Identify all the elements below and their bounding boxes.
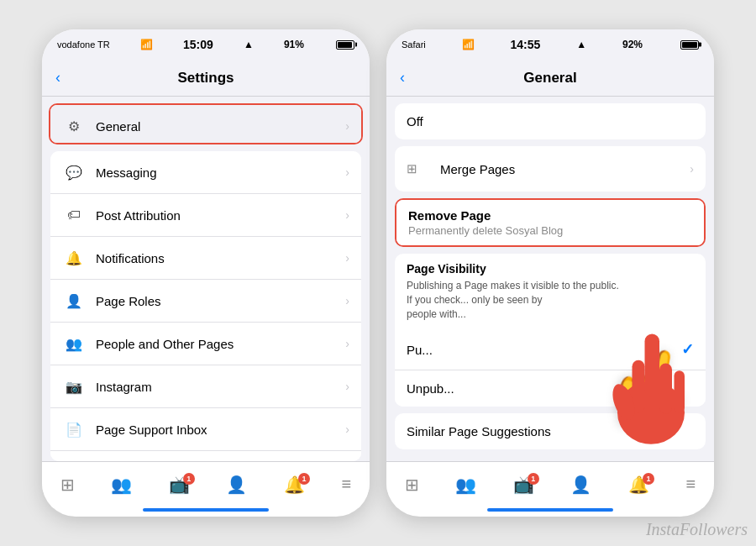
left-carrier: vodafone TR bbox=[57, 39, 110, 50]
left-tab-profile[interactable]: 👤 bbox=[226, 475, 247, 496]
right-phone: Safari 📶 14:55 ▲ 92% ‹ General Off ⊞ bbox=[386, 29, 714, 517]
right-tab-watch[interactable]: 📺 1 bbox=[513, 475, 534, 496]
messaging-label: Messaging bbox=[96, 165, 345, 180]
post-attribution-icon: 🏷 bbox=[62, 203, 86, 227]
people-other-pages-label: People and Other Pages bbox=[96, 337, 345, 351]
left-watch-badge: 1 bbox=[183, 473, 195, 485]
similar-pages-item[interactable]: Similar Page Suggestions bbox=[395, 413, 706, 449]
settings-list: 💬 Messaging › 🏷 Post Attribution › 🔔 Not… bbox=[50, 151, 361, 461]
left-tab-watch[interactable]: 📺 1 bbox=[169, 475, 190, 496]
page-support-inbox-chevron: › bbox=[345, 423, 349, 436]
notifications-icon: 🔔 bbox=[62, 246, 86, 270]
right-tab-profile[interactable]: 👤 bbox=[570, 475, 591, 496]
instagram-item[interactable]: 📷 Instagram › bbox=[50, 365, 361, 408]
visibility-check-icon: ✓ bbox=[681, 340, 694, 359]
left-profile-icon: 👤 bbox=[226, 475, 247, 495]
remove-page-title: Remove Page bbox=[408, 208, 692, 223]
main-container: vodafone TR 📶 15:09 ▲ 91% ‹ Settings ⚙ G… bbox=[0, 0, 756, 546]
general-icon: ⚙ bbox=[62, 114, 86, 138]
right-battery-pct: 92% bbox=[622, 39, 643, 50]
visibility-unpublished-label: Unpub... bbox=[407, 381, 694, 396]
right-phone-content: Off ⊞ Merge Pages › Remove Page Permanen… bbox=[386, 97, 714, 461]
page-roles-item[interactable]: 👤 Page Roles › bbox=[50, 280, 361, 323]
right-nav-bar: ‹ General bbox=[386, 60, 714, 97]
right-location-icon: ▲ bbox=[576, 39, 586, 50]
left-battery-icon bbox=[336, 40, 354, 50]
left-status-bar: vodafone TR 📶 15:09 ▲ 91% bbox=[42, 29, 370, 60]
right-wifi-icon: 📶 bbox=[462, 39, 475, 50]
merge-pages-item[interactable]: ⊞ Merge Pages › bbox=[395, 146, 706, 192]
people-other-pages-icon: 👥 bbox=[62, 332, 86, 355]
left-notifications-badge: 1 bbox=[298, 473, 310, 485]
right-tab-notifications[interactable]: 🔔 1 bbox=[628, 475, 649, 496]
left-nav-title: Settings bbox=[177, 70, 234, 87]
post-attribution-label: Post Attribution bbox=[96, 208, 345, 223]
right-watch-badge: 1 bbox=[528, 473, 539, 485]
watermark: InstaFollowers bbox=[646, 520, 748, 539]
right-profile-icon: 👤 bbox=[570, 475, 591, 495]
right-nav-title: General bbox=[523, 70, 576, 87]
similar-pages-section: Similar Page Suggestions bbox=[395, 413, 706, 449]
page-support-inbox-item[interactable]: 📄 Page Support Inbox › bbox=[50, 408, 361, 451]
remove-page-section: Remove Page Permanently delete Sosyal Bl… bbox=[395, 198, 706, 247]
messaging-chevron: › bbox=[345, 165, 349, 179]
right-tab-menu[interactable]: ≡ bbox=[686, 475, 696, 496]
left-tab-home[interactable]: ⊞ bbox=[60, 475, 75, 496]
visibility-header: Page Visibility bbox=[395, 254, 706, 279]
visibility-description: Publishing a Page makes it visible to th… bbox=[395, 279, 706, 329]
right-back-button[interactable]: ‹ bbox=[400, 69, 405, 87]
visibility-section: Page Visibility Publishing a Page makes … bbox=[395, 254, 706, 407]
similar-pages-label: Similar Page Suggestions bbox=[407, 424, 694, 438]
post-attribution-item[interactable]: 🏷 Post Attribution › bbox=[50, 194, 361, 237]
merge-pages-label: Merge Pages bbox=[440, 162, 690, 176]
left-location-icon: ▲ bbox=[244, 39, 254, 50]
left-time: 15:09 bbox=[183, 38, 213, 51]
off-section: Off bbox=[395, 103, 706, 139]
right-tab-bar: ⊞ 👥 📺 1 👤 🔔 1 ≡ bbox=[386, 461, 714, 508]
page-support-inbox-icon: 📄 bbox=[62, 417, 86, 441]
right-tab-home[interactable]: ⊞ bbox=[405, 475, 419, 496]
right-status-bar: Safari 📶 14:55 ▲ 92% bbox=[386, 29, 714, 60]
page-support-inbox-label: Page Support Inbox bbox=[96, 423, 345, 437]
right-home-icon: ⊞ bbox=[405, 475, 419, 495]
left-battery-fill bbox=[338, 42, 352, 48]
notifications-item[interactable]: 🔔 Notifications › bbox=[50, 237, 361, 280]
right-tab-friends[interactable]: 👥 bbox=[455, 475, 476, 496]
community-item[interactable]: 🌐 Community › bbox=[50, 451, 361, 461]
notifications-label: Notifications bbox=[96, 251, 345, 265]
general-label: General bbox=[96, 119, 345, 134]
right-notifications-badge: 1 bbox=[643, 473, 654, 485]
post-attribution-chevron: › bbox=[345, 208, 349, 222]
right-battery-icon bbox=[680, 40, 699, 50]
left-tab-menu[interactable]: ≡ bbox=[342, 475, 352, 496]
right-time: 14:55 bbox=[511, 38, 541, 51]
page-roles-chevron: › bbox=[345, 294, 349, 307]
general-chevron: › bbox=[345, 119, 349, 133]
remove-page-item[interactable]: Remove Page Permanently delete Sosyal Bl… bbox=[396, 200, 704, 245]
instagram-icon: 📷 bbox=[62, 375, 86, 398]
instagram-chevron: › bbox=[345, 380, 349, 393]
general-menu-item[interactable]: ⚙ General › bbox=[50, 105, 361, 144]
left-phone-content: ⚙ General › 💬 Messaging › 🏷 Post Attribu… bbox=[42, 97, 370, 461]
left-phone: vodafone TR 📶 15:09 ▲ 91% ‹ Settings ⚙ G… bbox=[42, 29, 370, 517]
merge-pages-section: ⊞ Merge Pages › bbox=[395, 146, 706, 192]
community-icon: 🌐 bbox=[62, 460, 86, 461]
right-friends-icon: 👥 bbox=[455, 475, 476, 495]
merge-pages-chevron: › bbox=[690, 162, 694, 176]
left-menu-icon: ≡ bbox=[342, 475, 352, 494]
left-back-button[interactable]: ‹ bbox=[55, 69, 60, 87]
right-battery-fill bbox=[682, 42, 697, 48]
instagram-label: Instagram bbox=[96, 380, 345, 394]
right-carrier: Safari bbox=[402, 39, 426, 50]
left-tab-friends[interactable]: 👥 bbox=[111, 475, 132, 496]
left-tab-notifications[interactable]: 🔔 1 bbox=[284, 475, 305, 496]
messaging-icon: 💬 bbox=[62, 160, 86, 184]
right-bottom-indicator bbox=[487, 508, 613, 512]
left-wifi-icon: 📶 bbox=[140, 39, 153, 50]
left-battery-pct: 91% bbox=[284, 39, 304, 50]
messaging-item[interactable]: 💬 Messaging › bbox=[50, 151, 361, 194]
people-other-pages-item[interactable]: 👥 People and Other Pages › bbox=[50, 323, 361, 365]
visibility-published-item[interactable]: Pu... ✓ bbox=[395, 329, 706, 370]
general-item-highlighted[interactable]: ⚙ General › bbox=[49, 103, 363, 144]
visibility-unpublished-item[interactable]: Unpub... bbox=[395, 370, 706, 407]
